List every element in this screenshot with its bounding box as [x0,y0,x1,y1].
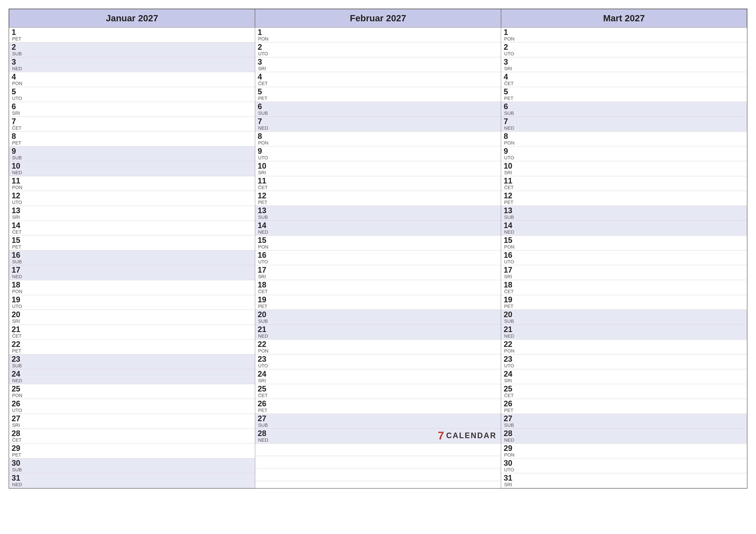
day-number: 12 [504,192,517,200]
day-number: 2 [258,43,271,51]
day-row: 19PET [255,295,501,310]
day-name: SUB [258,423,271,428]
day-row: 21NED [501,325,747,340]
day-name: SRI [504,66,517,71]
feb-header: Februar 2027 [255,9,501,28]
day-number: 4 [504,73,517,81]
day-number: 2 [12,43,25,51]
day-number: 8 [12,132,25,140]
day-row: 6SRI [9,102,255,117]
day-row [255,469,501,481]
brand-text: CALENDAR [446,431,497,440]
day-number: 5 [12,88,25,96]
day-number: 30 [504,459,517,467]
day-row: 13SRI [9,206,255,221]
day-name: PET [258,200,271,205]
day-row: 11PON [9,176,255,191]
day-name: UTO [12,304,25,309]
day-name: PON [258,140,271,145]
day-name: SRI [504,378,517,383]
day-name: SRI [12,111,25,115]
day-number: 18 [12,281,25,289]
day-number: 7 [12,117,25,125]
day-name: NED [258,438,271,443]
day-name: PON [504,37,517,41]
day-number: 12 [258,192,271,200]
day-name: PON [12,289,25,294]
day-name: PET [504,200,517,205]
day-name: SUB [504,423,517,428]
day-name: PET [504,408,517,413]
day-name: ČET [258,185,271,190]
day-row: 31NED [9,473,255,488]
day-number: 24 [12,370,25,378]
day-number: 1 [504,28,517,36]
day-number: 25 [504,385,517,393]
day-number: 28 [12,430,25,437]
day-name: ČET [504,289,517,294]
day-row: 15PON [255,236,501,250]
day-number: 14 [258,221,271,229]
day-number: 25 [258,385,271,393]
month-col-mar-2027: 1PON2UTO3SRI4ČET5PET6SUB7NED8PON9UTO10SR… [501,28,747,488]
day-row: 25ČET [501,384,747,399]
day-number: 1 [12,28,25,36]
day-number: 20 [258,311,271,318]
day-name: NED [258,126,271,131]
day-name: PON [12,81,25,86]
day-row: 14ČET [9,221,255,236]
day-row: 24SRI [255,369,501,384]
day-number: 3 [504,58,517,66]
day-name: NED [504,334,517,339]
day-row: 24NED [9,369,255,384]
day-name: NED [12,170,25,175]
day-row: 23UTO [501,354,747,369]
day-row: 26UTO [9,399,255,414]
day-number: 3 [258,58,271,66]
day-number: 22 [504,341,517,348]
day-name: SUB [258,111,271,115]
day-name: SRI [258,274,271,279]
day-row: 10NED [9,161,255,176]
day-number: 9 [504,147,517,155]
day-row: 19PET [501,295,747,310]
day-name: SUB [504,319,517,324]
day-row: 20SRI [9,310,255,325]
day-number: 6 [258,103,271,111]
day-row: 7ČET [9,117,255,132]
day-name: PON [12,185,25,190]
day-row: 3NED [9,57,255,72]
day-number: 23 [504,355,517,363]
day-name: PON [258,37,271,41]
day-row: 27SRI [9,414,255,429]
day-name: SUB [504,111,517,115]
day-row: 29PET [9,444,255,458]
day-row: 9UTO [255,146,501,161]
day-number: 10 [504,162,517,170]
day-number: 21 [12,326,25,333]
day-row: 9SUB [9,146,255,161]
day-row: 16UTO [501,250,747,265]
day-row: 12PET [501,191,747,206]
day-number: 28 [504,430,517,437]
day-row: 27SUB [501,414,747,429]
day-name: PON [12,393,25,398]
day-number: 14 [504,221,517,229]
day-name: NED [258,230,271,235]
day-number: 21 [258,326,271,333]
day-row: 4ČET [255,72,501,87]
day-number: 26 [258,400,271,408]
day-name: SUB [12,156,25,160]
day-row: 28NED [501,429,747,444]
day-row: 20SUB [255,310,501,325]
day-name: SUB [12,51,25,56]
day-name: NED [12,274,25,279]
day-name: PET [12,37,25,41]
day-number: 27 [12,415,25,422]
day-name: PET [12,349,25,353]
day-row: 25ČET [255,384,501,399]
day-name: PET [504,304,517,309]
day-number: 26 [12,400,25,408]
day-number: 24 [504,370,517,378]
day-row: 22PET [9,340,255,354]
